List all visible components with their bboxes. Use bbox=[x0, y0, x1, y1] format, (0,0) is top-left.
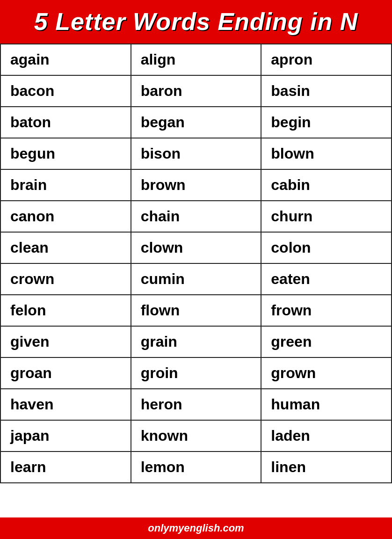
word-cell: felon bbox=[0, 295, 131, 326]
word-cell: colon bbox=[261, 232, 392, 263]
word-cell: linen bbox=[261, 452, 392, 483]
page-header: 5 Letter Words Ending in N bbox=[0, 0, 392, 44]
table-row: japanknownladen bbox=[0, 420, 392, 452]
table-row: baconbaronbasin bbox=[0, 75, 392, 107]
word-cell: haven bbox=[0, 389, 131, 420]
word-cell: laden bbox=[261, 420, 392, 452]
word-cell: blown bbox=[261, 138, 392, 169]
word-cell: learn bbox=[0, 452, 131, 483]
table-row: givengraingreen bbox=[0, 326, 392, 357]
word-cell: grain bbox=[131, 326, 261, 357]
word-cell: chain bbox=[131, 201, 261, 232]
words-table: againalignapronbaconbaronbasinbatonbegan… bbox=[0, 44, 392, 483]
word-cell: crown bbox=[0, 263, 131, 295]
word-cell: heron bbox=[131, 389, 261, 420]
word-cell: flown bbox=[131, 295, 261, 326]
word-cell: clown bbox=[131, 232, 261, 263]
word-cell: groin bbox=[131, 357, 261, 389]
word-cell: began bbox=[131, 107, 261, 138]
table-row: crowncumineaten bbox=[0, 263, 392, 295]
word-cell: begun bbox=[0, 138, 131, 169]
word-cell: baton bbox=[0, 107, 131, 138]
word-cell: green bbox=[261, 326, 392, 357]
word-cell: eaten bbox=[261, 263, 392, 295]
word-cell: align bbox=[131, 44, 261, 75]
table-row: begunbisonblown bbox=[0, 138, 392, 169]
page-footer: onlymyenglish.com bbox=[0, 517, 392, 539]
word-cell: basin bbox=[261, 75, 392, 107]
word-cell: frown bbox=[261, 295, 392, 326]
word-cell: apron bbox=[261, 44, 392, 75]
word-cell: japan bbox=[0, 420, 131, 452]
word-cell: cabin bbox=[261, 169, 392, 201]
table-row: learnlemonlinen bbox=[0, 452, 392, 483]
word-cell: known bbox=[131, 420, 261, 452]
word-cell: given bbox=[0, 326, 131, 357]
footer-url: onlymyenglish.com bbox=[9, 522, 383, 534]
table-row: brainbrowncabin bbox=[0, 169, 392, 201]
word-cell: clean bbox=[0, 232, 131, 263]
word-cell: groan bbox=[0, 357, 131, 389]
word-cell: brain bbox=[0, 169, 131, 201]
word-cell: grown bbox=[261, 357, 392, 389]
word-cell: bison bbox=[131, 138, 261, 169]
word-cell: canon bbox=[0, 201, 131, 232]
word-cell: churn bbox=[261, 201, 392, 232]
table-row: againalignapron bbox=[0, 44, 392, 75]
table-row: felonflownfrown bbox=[0, 295, 392, 326]
word-cell: cumin bbox=[131, 263, 261, 295]
word-cell: brown bbox=[131, 169, 261, 201]
words-table-container: againalignapronbaconbaronbasinbatonbegan… bbox=[0, 44, 392, 517]
table-row: havenheronhuman bbox=[0, 389, 392, 420]
word-cell: again bbox=[0, 44, 131, 75]
table-row: cleanclowncolon bbox=[0, 232, 392, 263]
page-title: 5 Letter Words Ending in N bbox=[9, 8, 383, 35]
word-cell: bacon bbox=[0, 75, 131, 107]
word-cell: begin bbox=[261, 107, 392, 138]
word-cell: lemon bbox=[131, 452, 261, 483]
table-row: groangroingrown bbox=[0, 357, 392, 389]
word-cell: baron bbox=[131, 75, 261, 107]
word-cell: human bbox=[261, 389, 392, 420]
table-row: canonchainchurn bbox=[0, 201, 392, 232]
table-row: batonbeganbegin bbox=[0, 107, 392, 138]
